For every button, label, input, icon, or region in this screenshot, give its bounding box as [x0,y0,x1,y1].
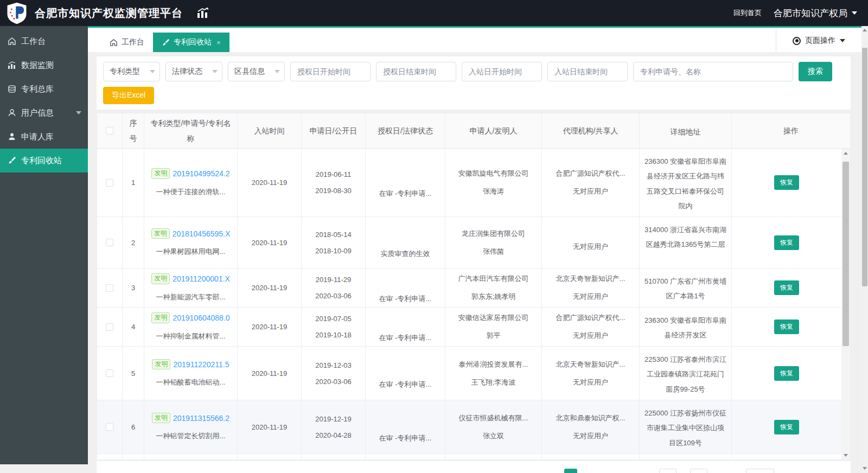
agency: 北京和鼎泰知识产权... [556,413,626,423]
patent-type-badge: 发明 [152,359,170,370]
inventor: 王飞翔;李海波 [471,378,516,387]
app-window: 合肥市知识产权监测管理平台 回到首页 合肥市知识产权局 工作台 [0,0,868,473]
legal-status-select[interactable]: 法律状态 [165,62,222,81]
patent-type-badge: 发明 [151,312,170,323]
entry-date: 2020-11-19 [238,400,302,453]
account-menu[interactable]: 合肥市知识产权局 [774,7,857,20]
home-icon [110,39,118,47]
entry-date: 2020-11-19 [238,454,302,459]
patent-number-link[interactable]: 201910604088.0 [173,314,229,322]
applicant: 仪征市恒盛机械有限... [459,413,528,423]
row-checkbox[interactable] [106,239,113,246]
pagination-current-page-button[interactable] [564,469,577,473]
restore-button[interactable]: 恢复 [774,235,799,250]
apply-date: 2018-05-14 [315,231,352,239]
row-checkbox[interactable] [106,423,113,431]
sharer: 无对应用户 [573,187,608,196]
row-checkbox[interactable] [106,323,113,331]
entry-start-date-input[interactable] [462,62,542,81]
patent-number-link[interactable]: 201810456595.X [173,229,231,238]
chevron-down-icon [852,11,857,15]
patent-name: 一种便于连接的滑轨... [156,187,226,197]
apply-date: 2019-12-03 [315,361,352,369]
publish-date: 2019-10-18 [315,331,352,339]
legal-status: 在审 -专利申请... [379,333,432,343]
row-index: 6 [123,400,144,453]
entry-end-date-input[interactable] [547,62,628,81]
tab-workbench[interactable]: 工作台 [101,33,153,52]
row-checkbox[interactable] [106,284,113,292]
scroll-up-icon[interactable] [861,26,868,34]
agency: 北京天奇智新知识产... [556,360,626,369]
legal-status: 在审 -专利申请... [379,294,432,304]
pagination-page-button[interactable] [690,469,707,473]
row-checkbox[interactable] [106,369,113,377]
grant-end-date-input[interactable] [376,62,456,81]
publish-date: 2019-08-30 [315,187,352,195]
back-to-home-link[interactable]: 回到首页 [733,8,762,18]
table-row: 5 发明 201911220211.5 一种铅酸蓄电池铝动... 2020-11… [97,347,841,400]
sidebar-item-user-info[interactable]: 用户信息 [0,101,88,125]
address: 236300 安徽省阜阳市阜南县经济开发区王化路与纬五路交叉口裕泰环保公司院内 [640,149,732,216]
row-checkbox[interactable] [106,179,113,187]
row-index: 2 [123,217,144,268]
sharer: 无对应用户 [573,331,608,341]
patent-number-link[interactable]: 201910499524.2 [173,169,229,178]
publish-date: 2020-03-06 [315,292,352,300]
table-row: 7 发明 201711396551.4 2020-11-19 2017-12-2… [97,454,841,459]
table-row: 3 发明 201911200001.X 一种新能源汽车零部... 2020-11… [97,269,841,308]
legal-status: 在审 -专利申请... [379,189,432,199]
platform-logo-icon [5,2,28,24]
patent-number-link[interactable]: 201911200001.X [173,274,230,283]
entry-date: 2020-11-19 [238,149,302,216]
applicant: 广汽本田汽车有限公司 [458,274,529,284]
pagination-page-button[interactable] [659,469,676,473]
sidebar-item-patent-recycle-bin[interactable]: 专利回收站 [0,149,88,172]
restore-button[interactable]: 恢复 [774,175,799,190]
page-actions-menu[interactable]: 页面操作 [776,29,861,52]
restore-button[interactable]: 恢复 [774,420,799,434]
apply-date: 2019-12-19 [315,415,352,423]
row-index: 3 [123,269,144,307]
sharer: 无对应用户 [573,378,608,387]
scroll-up-icon[interactable] [841,149,850,157]
table-scrollbar-thumb[interactable] [843,162,849,346]
tab-bar: 工作台 专利回收站 × 页面操作 [88,26,861,52]
export-excel-button[interactable]: 导出Excel [103,87,154,104]
district-select[interactable]: 区县信息 [228,62,285,81]
table-scrollbar[interactable] [841,149,850,459]
search-button[interactable]: 搜索 [799,62,832,81]
scroll-down-icon[interactable] [841,451,850,459]
restore-button[interactable]: 恢复 [774,366,799,381]
grant-start-date-input[interactable] [290,62,371,81]
restore-button[interactable]: 恢复 [774,280,799,295]
chart-icon [197,8,209,18]
sidebar-item-workbench[interactable]: 工作台 [0,29,88,53]
sidebar-item-patent-library[interactable]: 专利总库 [0,77,88,101]
patent-type-select[interactable]: 专利类型 [103,62,160,81]
applicant: 安徽凯旋电气有限公司 [458,169,529,178]
page-scrollbar-thumb[interactable] [862,48,867,286]
table-header-row: 序号 专利类型/申请号/专利名称 入站时间 申请日/公开日 授权日/法律状态 申… [97,113,850,149]
patent-number-link[interactable]: 201911315566.2 [173,414,229,423]
patent-number-link[interactable]: 201911220211.5 [173,360,229,369]
sidebar-item-data-monitor[interactable]: 数据监测 [0,53,88,77]
chevron-down-icon [212,70,218,73]
row-index: 7 [123,454,144,459]
patent-name: 一种铝管定长切割用... [156,431,226,441]
restore-button[interactable]: 恢复 [774,319,799,334]
select-all-checkbox[interactable] [106,127,113,135]
tab-patent-recycle-bin[interactable]: 专利回收站 × [153,33,229,52]
chevron-down-icon [275,70,280,73]
sidebar-item-applicant-library[interactable]: 申请人库 [0,125,88,149]
inventor: 张伟菌 [483,247,504,257]
scroll-down-icon[interactable] [861,464,868,472]
close-icon[interactable]: × [216,39,221,47]
page-scrollbar[interactable] [861,26,868,473]
patent-keyword-input[interactable] [633,62,793,81]
publish-date: 2020-03-06 [315,378,352,386]
table-row: 6 发明 201911315566.2 一种铝管定长切割用... 2020-11… [97,400,841,454]
pagination-page-size-select[interactable] [746,469,774,473]
chevron-down-icon [76,111,81,114]
pagination-bar [97,461,851,473]
